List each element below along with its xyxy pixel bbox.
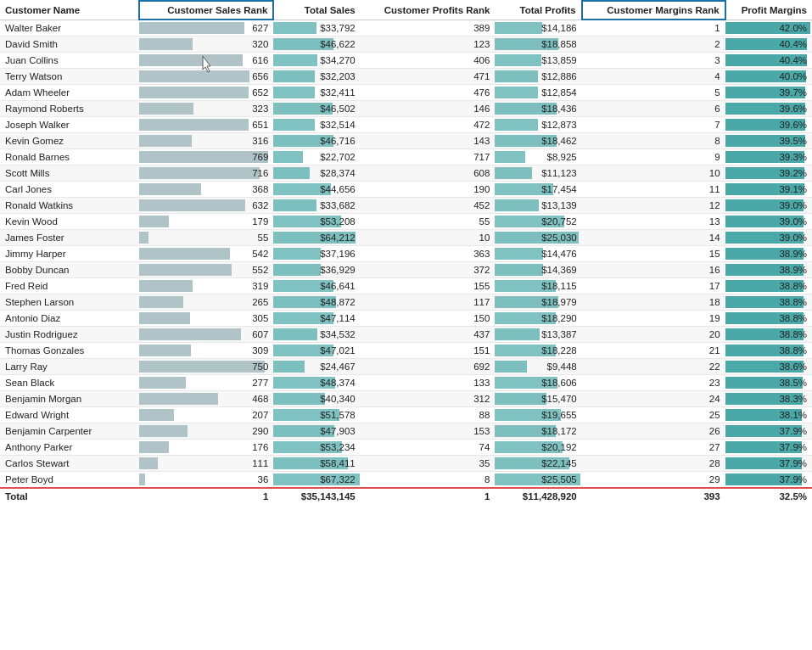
- cell-customer-name: Scott Mills: [0, 165, 139, 182]
- cell-total-sales: $34,270: [273, 53, 360, 69]
- cell-profit-margins: 40.4%: [725, 36, 812, 53]
- table-row[interactable]: Stephen Larson265$48,872117$18,9791838.8…: [0, 294, 812, 311]
- cell-total-profits: $18,115: [495, 278, 581, 294]
- table-row[interactable]: Joseph Walker651$32,514472$12,873739.6%: [0, 117, 812, 133]
- cell-profit-margins: 38.9%: [725, 246, 812, 262]
- cell-profits-rank: 10: [361, 230, 496, 246]
- table-row[interactable]: James Foster55$64,21210$25,0301439.0%: [0, 230, 812, 246]
- col-header-profits-rank[interactable]: Customer Profits Rank: [361, 1, 496, 20]
- cell-total-sales: $24,467: [273, 359, 360, 375]
- table-row[interactable]: Terry Watson656$32,203471$12,886440.0%: [0, 69, 812, 85]
- cell-profit-margins: 42.0%: [725, 20, 812, 36]
- table-row[interactable]: Walter Baker627$33,792389$14,186142.0%: [0, 20, 812, 36]
- cell-total-profits: $13,387: [495, 327, 581, 343]
- cell-sales-rank: 316: [139, 133, 274, 149]
- cell-sales-rank: 323: [139, 101, 274, 117]
- cell-margins-rank: 20: [582, 327, 725, 343]
- cell-margins-rank: 2: [582, 36, 725, 53]
- cell-margins-rank: 29: [582, 472, 725, 489]
- table-row[interactable]: Ronald Barnes769$22,702717$8,925939.3%: [0, 149, 812, 165]
- cell-sales-rank: 319: [139, 278, 274, 294]
- cell-profits-rank: 476: [361, 85, 496, 101]
- col-header-total-profits[interactable]: Total Profits: [495, 1, 581, 20]
- table-row[interactable]: Thomas Gonzales309$47,021151$18,2282138.…: [0, 343, 812, 359]
- table-row[interactable]: Edward Wright207$51,57888$19,6552538.1%: [0, 407, 812, 423]
- table-row[interactable]: Justin Rodriguez607$34,532437$13,3872038…: [0, 327, 812, 343]
- table-row[interactable]: Scott Mills716$28,374608$11,1231039.2%: [0, 165, 812, 182]
- data-table: Customer Name Customer Sales Rank Total …: [0, 0, 812, 504]
- cell-margins-rank: 23: [582, 375, 725, 391]
- cell-profit-margins: 39.1%: [725, 182, 812, 198]
- table-row[interactable]: Carl Jones368$44,656190$17,4541139.1%: [0, 182, 812, 198]
- cell-total-sales: $48,374: [273, 375, 360, 391]
- cell-profit-margins: 40.4%: [725, 53, 812, 69]
- cell-customer-name: Joseph Walker: [0, 117, 139, 133]
- cell-profits-rank: 363: [361, 246, 496, 262]
- table-row[interactable]: Larry Ray750$24,467692$9,4482238.6%: [0, 359, 812, 375]
- cell-margins-rank: 11: [582, 182, 725, 198]
- cell-total-profits: $20,752: [495, 214, 581, 230]
- col-header-sales-rank[interactable]: Customer Sales Rank: [139, 1, 274, 20]
- table-row[interactable]: Antonio Diaz305$47,114150$18,2901938.8%: [0, 311, 812, 327]
- cell-total-sales: $34,532: [273, 327, 360, 343]
- cell-profit-margins: 37.9%: [725, 456, 812, 472]
- cell-total-sales: $33,682: [273, 198, 360, 214]
- table-footer: Total 1 $35,143,145 1 $11,428,920 393 32…: [0, 488, 812, 504]
- table-row[interactable]: Fred Reid319$46,641155$18,1151738.8%: [0, 278, 812, 294]
- col-header-profit-margins[interactable]: Profit Margins: [725, 1, 812, 20]
- cell-profit-margins: 38.8%: [725, 343, 812, 359]
- cell-total-sales: $46,502: [273, 101, 360, 117]
- cell-margins-rank: 8: [582, 133, 725, 149]
- table-row[interactable]: Adam Wheeler652$32,411476$12,854539.7%: [0, 85, 812, 101]
- col-header-total-sales[interactable]: Total Sales: [273, 1, 360, 20]
- cell-sales-rank: 552: [139, 262, 274, 278]
- table-row[interactable]: Peter Boyd36$67,3228$25,5052937.9%: [0, 472, 812, 489]
- cell-total-profits: $15,470: [495, 391, 581, 407]
- cell-customer-name: Juan Collins: [0, 53, 139, 69]
- table-row[interactable]: Carlos Stewart111$58,41135$22,1452837.9%: [0, 456, 812, 472]
- cell-customer-name: Edward Wright: [0, 407, 139, 423]
- cell-margins-rank: 7: [582, 117, 725, 133]
- table-row[interactable]: Ronald Watkins632$33,682452$13,1391239.0…: [0, 198, 812, 214]
- cell-sales-rank: 750: [139, 359, 274, 375]
- table-row[interactable]: Anthony Parker176$53,23474$20,1922737.9%: [0, 440, 812, 456]
- cell-total-profits: $25,030: [495, 230, 581, 246]
- table-row[interactable]: Bobby Duncan552$36,929372$14,3691638.9%: [0, 262, 812, 278]
- table-row[interactable]: Benjamin Carpenter290$47,903153$18,17226…: [0, 423, 812, 440]
- cell-total-profits: $18,172: [495, 423, 581, 440]
- cell-margins-rank: 17: [582, 278, 725, 294]
- cell-sales-rank: 368: [139, 182, 274, 198]
- cell-total-profits: $25,505: [495, 472, 581, 489]
- table-row[interactable]: Juan Collins616$34,270406$13,859340.4%: [0, 53, 812, 69]
- cell-total-sales: $33,792: [273, 20, 360, 36]
- cell-profits-rank: 153: [361, 423, 496, 440]
- total-sales-rank: 1: [139, 488, 274, 504]
- cell-total-profits: $14,476: [495, 246, 581, 262]
- cell-customer-name: Kevin Gomez: [0, 133, 139, 149]
- cell-profit-margins: 38.8%: [725, 294, 812, 311]
- table-row[interactable]: Raymond Roberts323$46,502146$18,436639.6…: [0, 101, 812, 117]
- col-header-margins-rank[interactable]: Customer Margins Rank: [582, 1, 725, 20]
- cell-customer-name: Walter Baker: [0, 20, 139, 36]
- table-body: Walter Baker627$33,792389$14,186142.0%Da…: [0, 20, 812, 488]
- cell-sales-rank: 111: [139, 456, 274, 472]
- cell-total-profits: $13,139: [495, 198, 581, 214]
- cell-customer-name: Sean Black: [0, 375, 139, 391]
- table-row[interactable]: David Smith320$46,622123$18,858240.4%: [0, 36, 812, 53]
- cell-sales-rank: 290: [139, 423, 274, 440]
- table-row[interactable]: Kevin Wood179$53,20855$20,7521339.0%: [0, 214, 812, 230]
- col-header-customer-name[interactable]: Customer Name: [0, 1, 139, 20]
- table-row[interactable]: Sean Black277$48,374133$18,6062338.5%: [0, 375, 812, 391]
- cell-profits-rank: 471: [361, 69, 496, 85]
- table-row[interactable]: Kevin Gomez316$46,716143$18,462839.5%: [0, 133, 812, 149]
- cell-total-profits: $18,606: [495, 375, 581, 391]
- cell-profit-margins: 39.6%: [725, 101, 812, 117]
- cell-profit-margins: 37.9%: [725, 472, 812, 489]
- table-row[interactable]: Jimmy Harper542$37,196363$14,4761538.9%: [0, 246, 812, 262]
- cell-profits-rank: 143: [361, 133, 496, 149]
- cell-sales-rank: 716: [139, 165, 274, 182]
- cell-margins-rank: 16: [582, 262, 725, 278]
- cell-margins-rank: 5: [582, 85, 725, 101]
- cell-total-sales: $46,716: [273, 133, 360, 149]
- table-row[interactable]: Benjamin Morgan468$40,340312$15,4702438.…: [0, 391, 812, 407]
